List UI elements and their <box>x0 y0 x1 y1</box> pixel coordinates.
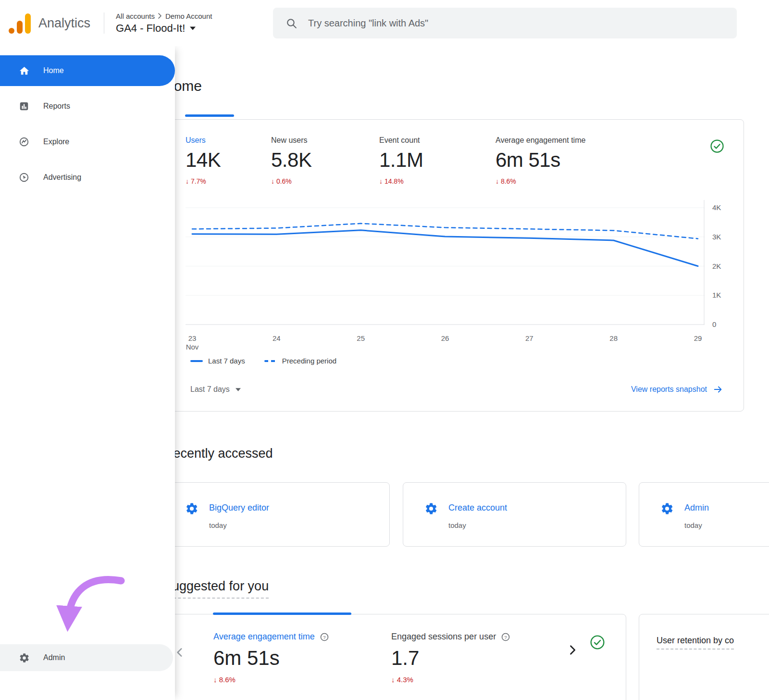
breadcrumb-account[interactable]: Demo Account <box>165 12 212 20</box>
dashed-line-swatch <box>264 360 277 362</box>
metric-value: 6m 51s <box>496 149 585 172</box>
search-input[interactable] <box>308 18 724 29</box>
sidebar-item-home[interactable]: Home <box>0 55 175 86</box>
metric-value: 1.1M <box>379 149 423 172</box>
chevron-down-icon <box>236 388 241 391</box>
x-axis-tick-label: 24 <box>273 334 281 343</box>
shortcut-title: Admin <box>684 503 709 513</box>
sidebar-item-reports[interactable]: Reports <box>0 91 175 122</box>
gear-icon <box>185 502 198 517</box>
user-retention-card[interactable]: User retention by co <box>639 614 769 700</box>
legend-label: Preceding period <box>282 357 336 365</box>
carousel-position-indicator <box>213 612 351 615</box>
suggested-metric-avg-engagement-time[interactable]: Average engagement time ? 6m 51s ↓ 8.6% <box>213 632 329 684</box>
x-axis-tick-label: 23Nov <box>186 334 199 351</box>
data-quality-check-icon[interactable] <box>710 139 724 155</box>
analytics-logo-icon <box>9 12 31 34</box>
property-name: GA4 - Flood-It! <box>116 22 185 35</box>
suggested-metric-delta: ↓ 8.6% <box>213 675 329 684</box>
metric-tab-avg-engagement-time[interactable]: Average engagement time 6m 51s ↓ 8.6% <box>496 136 585 185</box>
chart-legend: Last 7 days Preceding period <box>190 357 336 365</box>
shortcut-time: today <box>448 521 466 529</box>
metric-tab-new-users[interactable]: New users 5.8K ↓ 0.6% <box>271 136 311 185</box>
legend-label: Last 7 days <box>208 357 245 365</box>
gear-icon <box>660 502 674 517</box>
metric-delta: ↓ 0.6% <box>271 177 311 185</box>
x-axis-tick-label: 26 <box>441 334 449 343</box>
sidebar-item-explore[interactable]: Explore <box>0 126 175 157</box>
svg-text:?: ? <box>504 634 507 639</box>
sidebar-item-label: Admin <box>43 653 65 662</box>
sidebar-item-label: Home <box>43 66 64 75</box>
reports-snapshot-card: Users 14K ↓ 7.7% New users 5.8K ↓ 0.6% E… <box>163 119 744 412</box>
metric-value: 5.8K <box>271 149 311 172</box>
date-range-selector[interactable]: Last 7 days <box>190 385 241 394</box>
metric-delta: ↓ 8.6% <box>496 177 585 185</box>
metric-tab-event-count[interactable]: Event count 1.1M ↓ 14.8% <box>379 136 423 185</box>
suggested-metric-label: Average engagement time <box>213 632 315 642</box>
svg-text:?: ? <box>323 634 325 639</box>
left-navigation-sidebar: Home Reports Explore Advertising Admin <box>0 46 175 700</box>
users-trend-chart[interactable]: 01K2K3K4K 23Nov242526272829 <box>186 192 743 360</box>
search-bar[interactable] <box>273 8 737 38</box>
product-name: Analytics <box>38 16 90 31</box>
metric-tab-users[interactable]: Users 14K ↓ 7.7% <box>186 136 221 185</box>
shortcut-title: BigQuery editor <box>209 503 269 513</box>
data-quality-check-icon[interactable] <box>590 635 605 652</box>
metric-label: Average engagement time <box>496 136 585 145</box>
sidebar-item-label: Reports <box>43 102 70 111</box>
view-reports-snapshot-link[interactable]: View reports snapshot <box>631 384 723 395</box>
recently-accessed-title: Recently accessed <box>164 446 273 461</box>
account-property-block: All accounts Demo Account GA4 - Flood-It… <box>116 12 212 35</box>
property-selector[interactable]: GA4 - Flood-It! <box>116 22 212 35</box>
metric-label: Event count <box>379 136 423 145</box>
legend-item-current: Last 7 days <box>190 357 245 365</box>
chevron-left-icon[interactable] <box>174 646 186 661</box>
help-icon[interactable]: ? <box>501 632 510 642</box>
suggested-for-you-title: Suggested for you <box>163 579 269 599</box>
metric-label: New users <box>271 136 311 145</box>
search-icon <box>285 17 298 29</box>
link-label: View reports snapshot <box>631 385 707 394</box>
retention-card-title: User retention by co <box>657 636 734 650</box>
suggested-metric-value: 6m 51s <box>213 647 329 670</box>
breadcrumb-all-accounts[interactable]: All accounts <box>116 12 155 20</box>
gear-icon <box>18 652 30 663</box>
x-axis-tick-label: 25 <box>357 334 365 343</box>
help-icon[interactable]: ? <box>320 632 329 642</box>
shortcut-card-bigquery-editor[interactable]: BigQuery editor today <box>163 482 390 547</box>
y-axis-tick-label: 4K <box>712 203 739 212</box>
y-axis-tick-label: 1K <box>712 291 739 299</box>
shortcut-card-create-account[interactable]: Create account today <box>403 482 626 547</box>
shortcut-title: Create account <box>448 503 507 513</box>
arrow-right-icon <box>713 384 723 395</box>
y-axis-tick-label: 3K <box>712 233 739 241</box>
sidebar-item-admin[interactable]: Admin <box>0 644 173 671</box>
chart-plot[interactable] <box>186 192 705 341</box>
date-range-label: Last 7 days <box>190 385 230 394</box>
chevron-right-icon[interactable] <box>566 643 579 659</box>
snapshot-card-footer: Last 7 days View reports snapshot <box>190 384 723 395</box>
gear-icon <box>424 502 438 517</box>
y-axis-tick-label: 0 <box>712 320 739 328</box>
shortcut-card-admin[interactable]: Admin today <box>639 482 769 547</box>
suggested-metric-value: 1.7 <box>391 647 510 670</box>
chevron-right-icon <box>158 13 162 19</box>
breadcrumb: All accounts Demo Account <box>116 12 212 20</box>
x-axis-tick-label: 28 <box>609 334 618 343</box>
advertising-icon <box>18 172 30 183</box>
metric-value: 14K <box>186 149 221 172</box>
home-icon <box>18 65 30 76</box>
ga4-home-screen: Home Users 14K ↓ 7.7% New users 5.8K ↓ 0… <box>0 0 769 700</box>
y-axis-tick-label: 2K <box>712 262 739 270</box>
suggested-metric-engaged-sessions-per-user[interactable]: Engaged sessions per user ? 1.7 ↓ 4.3% <box>391 632 510 684</box>
legend-item-preceding: Preceding period <box>264 357 336 365</box>
sidebar-item-label: Advertising <box>43 173 81 182</box>
metric-label: Users <box>186 136 221 145</box>
explore-icon <box>18 136 30 148</box>
bar-chart-icon <box>18 100 30 112</box>
sidebar-item-advertising[interactable]: Advertising <box>0 162 175 193</box>
x-axis-tick-label: 27 <box>525 334 533 343</box>
shortcut-time: today <box>209 521 227 529</box>
analytics-logo[interactable]: Analytics <box>0 12 90 34</box>
